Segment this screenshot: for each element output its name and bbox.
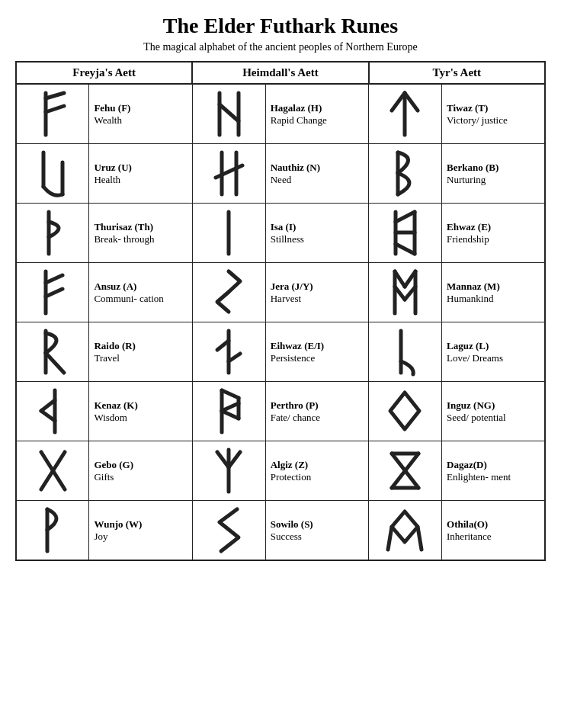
rune-eihwaz (192, 322, 265, 382)
svg-line-39 (41, 411, 55, 421)
rune-perthro (192, 382, 265, 441)
col-header-freyja: Freyja's Aett (16, 62, 192, 84)
text-sowilo: Sowilo (S) Success (265, 501, 368, 561)
table-row: Thurisaz (Th) Break- through Isa (I) Sti… (16, 204, 545, 263)
text-isa: Isa (I) Stillness (265, 204, 368, 263)
rune-uruz (16, 144, 89, 204)
col-header-tyr: Tyr's Aett (369, 62, 545, 84)
rune-mannaz (369, 263, 442, 322)
svg-line-7 (392, 93, 405, 111)
svg-line-19 (396, 212, 415, 222)
text-kenaz: Kenaz (K) Wisdom (89, 382, 192, 441)
table-row: Kenaz (K) Wisdom Perthro (P) Fate/ chanc… (16, 382, 545, 441)
rune-kenaz (16, 382, 89, 441)
table-row: Raido (R) Travel Eihwaz (E/I) Persistenc… (16, 322, 545, 382)
svg-line-24 (46, 289, 63, 297)
rune-ansuz (16, 263, 89, 322)
text-fehu: Fehu (F) Wealth (89, 84, 192, 144)
text-mannaz: Mannaz (M) Humankind (442, 263, 545, 322)
rune-tiwaz (369, 84, 442, 144)
rune-sowilo (192, 501, 265, 561)
table-row: Ansuz (A) Communi- cation Jera (J/Y) Har… (16, 263, 545, 322)
text-nauthiz: Nauthiz (N) Need (265, 144, 368, 204)
svg-line-13 (216, 165, 242, 178)
svg-line-43 (222, 411, 239, 419)
table-row: Wunjo (W) Joy Sowilo (S) Success (16, 501, 545, 561)
text-uruz: Uruz (U) Health (89, 144, 192, 204)
rune-gebo (16, 441, 89, 501)
page: The Elder Futhark Runes The magical alph… (0, 0, 561, 728)
svg-line-57 (388, 527, 392, 550)
text-wunjo: Wunjo (W) Joy (89, 501, 192, 561)
rune-wunjo (16, 501, 89, 561)
text-berkano: Berkano (B) Nurturing (442, 144, 545, 204)
text-hagalaz: Hagalaz (H) Rapid Change (265, 84, 368, 144)
rune-nauthiz (192, 144, 265, 204)
rune-laguz (369, 322, 442, 382)
rune-algiz (192, 441, 265, 501)
table-row: Fehu (F) Wealth Hagalaz (H) Rapid Change (16, 84, 545, 144)
table-row: Uruz (U) Health Nauthiz (N) Need (16, 144, 545, 204)
main-title: The Elder Futhark Runes (15, 14, 546, 38)
rune-othila (369, 501, 442, 561)
text-raido: Raido (R) Travel (89, 322, 192, 382)
svg-line-42 (222, 403, 239, 411)
text-othila: Othila(O) Inheritance (442, 501, 545, 561)
text-inguz: Inguz (NG) Seed/ potential (442, 382, 545, 441)
col-header-heimdall: Heimdall's Aett (192, 62, 368, 84)
svg-line-5 (220, 104, 239, 121)
svg-line-38 (41, 400, 55, 411)
rune-ehwaz (369, 204, 442, 263)
text-ansuz: Ansuz (A) Communi- cation (89, 263, 192, 322)
svg-line-23 (46, 275, 63, 283)
text-thurisaz: Thurisaz (Th) Break- through (89, 204, 192, 263)
text-gebo: Gebo (G) Gifts (89, 441, 192, 501)
text-laguz: Laguz (L) Love/ Dreams (442, 322, 545, 382)
svg-line-32 (46, 353, 64, 373)
text-algiz: Algiz (Z) Protection (265, 441, 368, 501)
text-tiwaz: Tiwaz (T) Victory/ justice (442, 84, 545, 144)
rune-raido (16, 322, 89, 382)
text-dagaz: Dagaz(D) Enlighten- ment (442, 441, 545, 501)
text-eihwaz: Eihwaz (E/I) Persistence (265, 322, 368, 382)
text-ehwaz: Ehwaz (E) Friendship (442, 204, 545, 263)
table-row: Gebo (G) Gifts Algiz (Z) Protection (16, 441, 545, 501)
rune-fehu (16, 84, 89, 144)
text-perthro: Perthro (P) Fate/ chance (265, 382, 368, 441)
svg-marker-45 (390, 393, 419, 429)
rune-isa (192, 204, 265, 263)
rune-berkano (369, 144, 442, 204)
svg-line-41 (222, 390, 239, 398)
svg-marker-56 (392, 512, 418, 542)
rune-thurisaz (16, 204, 89, 263)
rune-jera (192, 263, 265, 322)
runes-table: Freyja's Aett Heimdall's Aett Tyr's Aett… (15, 61, 546, 561)
subtitle: The magical alphabet of the ancient peop… (15, 41, 546, 53)
rune-hagalaz (192, 84, 265, 144)
svg-line-21 (396, 244, 415, 254)
svg-line-2 (46, 106, 64, 112)
text-jera: Jera (J/Y) Harvest (265, 263, 368, 322)
svg-line-8 (405, 93, 418, 111)
svg-line-58 (418, 527, 422, 550)
rune-inguz (369, 382, 442, 441)
rune-dagaz (369, 441, 442, 501)
svg-line-1 (46, 93, 64, 98)
